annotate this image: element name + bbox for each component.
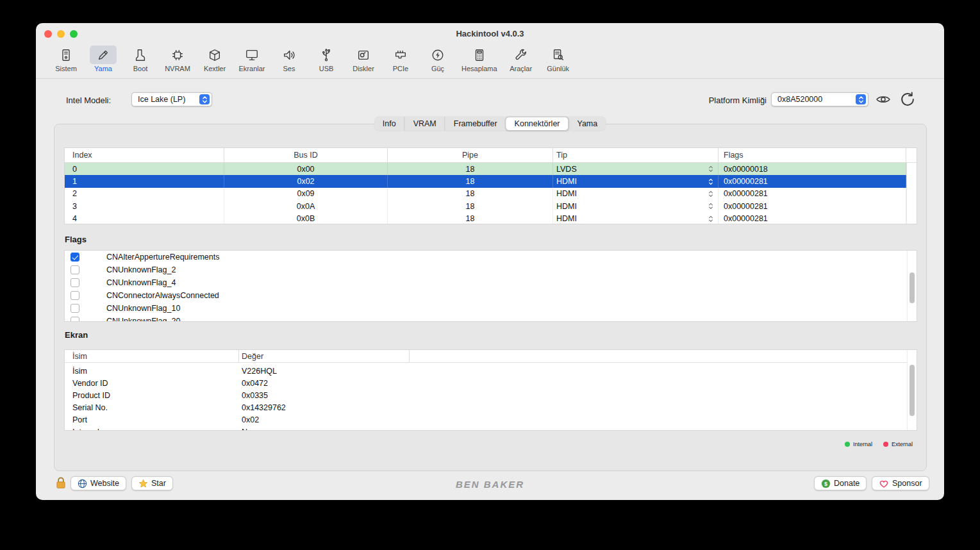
toolbar-label: Kextler [204,65,226,72]
toolbar-item-sistem[interactable]: Sistem [53,46,79,72]
toolbar-item-pcie[interactable]: PCIe [387,46,414,72]
table-row[interactable]: Serial No. 0x14329762 [65,401,917,413]
toolbar-label: Günlük [547,65,569,72]
header-flags[interactable]: Flags [718,148,906,162]
toolbar-item-yama[interactable]: Yama [90,46,117,72]
scrollbar-thumb[interactable] [909,365,915,416]
checkbox[interactable] [71,304,79,313]
table-row[interactable]: Vendor ID 0x0472 [65,377,917,389]
checkbox[interactable] [71,253,79,262]
toolbar-item-kextler[interactable]: Kextler [201,46,228,72]
header-tip[interactable]: Tip [553,148,718,162]
table-row[interactable]: Internal No [65,426,917,431]
toolbar-item-guc[interactable]: Güç [424,46,451,72]
toolbar-item-ses[interactable]: Ses [276,46,303,72]
app-window: Hackintool v4.0.3 Sistem Yama Boot NVRAM… [36,23,944,500]
table-row[interactable]: 3 0x0A 18 HDMI 0x00000281 [65,200,917,212]
table-row[interactable]: 2 0x09 18 HDMI 0x00000281 [65,188,917,200]
toolbar-item-usb[interactable]: USB [313,46,340,72]
flags-list: CNAlterAppertureRequirements CNUnknownFl… [64,250,917,322]
flag-row[interactable]: CNConnectorAlwaysConnected [65,289,917,302]
header-deger[interactable]: Değer [239,350,410,362]
table-row[interactable]: 4 0x0B 18 HDMI 0x00000281 [65,213,917,224]
scrollbar-track[interactable] [907,251,917,321]
legend-external-label: External [892,441,913,447]
internal-dot-icon [845,442,850,447]
flags-section-title: Flags [65,235,87,244]
checkbox[interactable] [71,291,79,300]
toolbar-label: PCIe [393,65,408,72]
toolbar-label: Araçlar [510,65,532,72]
pcie-card-icon [387,46,414,64]
donate-button[interactable]: $ Donate [814,476,867,490]
tip-select[interactable]: HDMI [553,213,718,224]
table-row[interactable]: 1 0x02 18 HDMI 0x00000281 [65,175,917,187]
tip-select[interactable]: HDMI [553,188,718,200]
stepper-updown-icon[interactable] [708,178,713,186]
tab-konnektorler[interactable]: Konnektörler [506,117,569,131]
svg-text:$: $ [824,480,827,487]
platform-id-label: Platform Kimliği [709,96,767,105]
toolbar-item-boot[interactable]: Boot [127,46,154,72]
flag-row[interactable]: CNUnknownFlag_2 [65,263,917,276]
table-row[interactable]: İsim V226HQL [65,365,917,377]
refresh-icon[interactable] [898,90,917,109]
sponsor-button[interactable]: Sponsor [872,476,929,490]
header-pipe[interactable]: Pipe [388,148,553,162]
stepper-updown-icon[interactable] [708,202,713,210]
legend-internal-label: Internal [853,441,872,447]
stepper-updown-icon[interactable] [708,190,713,198]
intel-model-select[interactable]: Ice Lake (LP) [131,92,212,106]
tip-select[interactable]: HDMI [553,200,718,212]
tip-select[interactable]: LVDS [553,163,718,175]
toolbar-label: Yama [94,65,112,72]
intel-model-label: Intel Modeli: [66,96,111,105]
tab-vram[interactable]: VRAM [404,117,445,131]
platform-id-value: 0x8A520000 [772,95,856,104]
toolbar-label: Güç [431,65,444,72]
scrollbar-thumb[interactable] [909,272,915,303]
stepper-updown-icon[interactable] [708,165,713,173]
connector-legend: Internal External [845,441,913,447]
tab-bar: Info VRAM Framebuffer Konnektörler Yama [374,117,606,131]
table-row[interactable]: Product ID 0x0335 [65,389,917,401]
flag-row[interactable]: CNUnknownFlag_10 [65,302,917,315]
calculator-icon [466,46,493,64]
flag-row[interactable]: CNUnknownFlag_4 [65,276,917,289]
toolbar-item-nvram[interactable]: NVRAM [164,46,191,72]
wrench-icon [508,46,535,64]
tab-yama[interactable]: Yama [569,117,606,131]
table-row[interactable]: Port 0x02 [65,413,917,426]
flag-row[interactable]: CNAlterAppertureRequirements [65,251,917,263]
header-index[interactable]: Index [65,148,224,162]
toolbar-label: NVRAM [165,65,190,72]
external-dot-icon [883,442,888,447]
toolbar-item-ekranlar[interactable]: Ekranlar [238,46,265,72]
toolbar-label: Boot [133,65,148,72]
tip-select[interactable]: HDMI [553,175,718,187]
toolbar-label: Diskler [353,65,374,72]
chip-icon [164,46,191,64]
patch-pencil-icon [90,46,117,64]
tab-framebuffer[interactable]: Framebuffer [445,117,506,131]
table-header: İsim Değer [65,350,917,363]
checkbox[interactable] [71,265,79,274]
scrollbar-track[interactable] [906,163,917,224]
checkbox[interactable] [71,317,79,322]
toolbar-item-hesaplama[interactable]: Hesaplama [461,46,497,72]
titlebar: Hackintool v4.0.3 [36,23,944,45]
tab-info[interactable]: Info [374,117,404,131]
toolbar-item-diskler[interactable]: Diskler [350,46,377,72]
boot-icon [127,46,154,64]
stepper-updown-icon[interactable] [708,215,713,223]
table-row[interactable]: 0 0x00 18 LVDS 0x00000018 [65,163,917,175]
header-bus-id[interactable]: Bus ID [224,148,388,162]
checkbox[interactable] [71,278,79,287]
toolbar-item-gunluk[interactable]: Günlük [545,46,572,72]
platform-id-select[interactable]: 0x8A520000 [771,92,868,106]
header-isim[interactable]: İsim [65,350,239,362]
flag-row[interactable]: CNUnknownFlag_20 [65,315,917,322]
scrollbar-track[interactable] [907,350,917,430]
toolbar-item-araclar[interactable]: Araçlar [508,46,535,72]
eye-icon[interactable] [874,92,892,106]
